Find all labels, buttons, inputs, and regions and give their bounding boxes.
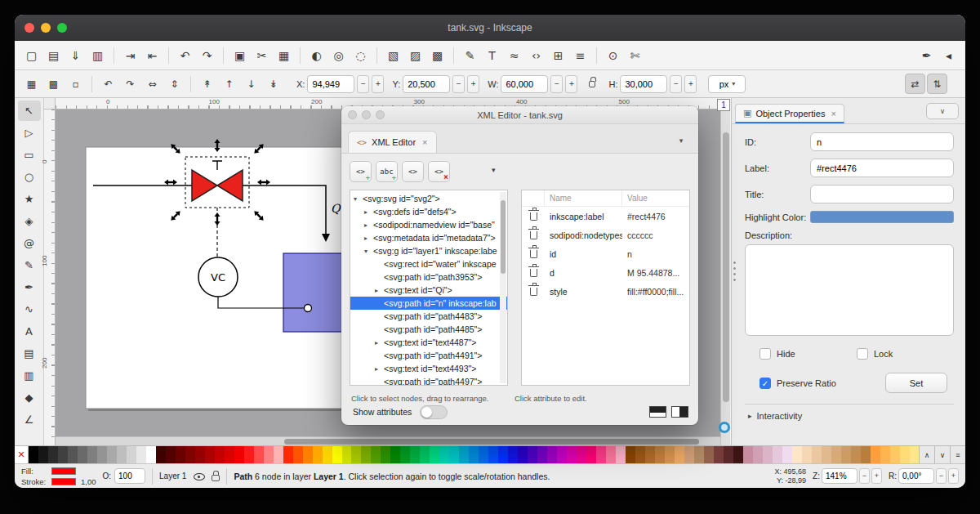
palette-swatch[interactable] <box>323 446 332 463</box>
h-decrement-button[interactable]: − <box>670 75 682 93</box>
palette-swatch[interactable] <box>655 446 665 463</box>
palette-swatch[interactable] <box>626 446 635 463</box>
pencil-tool-button[interactable]: ✎ <box>18 255 41 275</box>
vertical-layout-button[interactable] <box>671 406 688 418</box>
gradient-tool-button[interactable]: ▥ <box>18 365 41 386</box>
palette-swatch[interactable] <box>68 446 78 463</box>
palette-swatch[interactable] <box>342 446 352 463</box>
hide-checkbox-item[interactable]: Hide <box>760 348 857 360</box>
palette-swatch[interactable] <box>733 446 743 463</box>
xml-tree-node[interactable]: ▸<svg:text id="Qi"> <box>350 284 507 297</box>
palette-swatch[interactable] <box>166 446 176 463</box>
delete-attribute-button[interactable] <box>522 212 545 221</box>
palette-swatch[interactable] <box>351 446 361 463</box>
palette-swatch[interactable] <box>29 446 38 463</box>
palette-swatch[interactable] <box>215 446 225 463</box>
palette-swatch[interactable] <box>577 446 586 463</box>
palette-swatch[interactable] <box>381 446 390 463</box>
palette-swatch[interactable] <box>439 446 449 463</box>
palette-swatch[interactable] <box>449 446 459 463</box>
palette-swatch[interactable] <box>498 446 508 463</box>
title-field[interactable] <box>810 185 954 203</box>
find-button[interactable]: ⊙ <box>603 45 623 65</box>
xml-tree-node[interactable]: <svg:path id="path4491"> <box>350 349 507 362</box>
document-print-button[interactable]: ▥ <box>87 45 108 65</box>
palette-swatch[interactable] <box>518 446 528 463</box>
y-decrement-button[interactable]: − <box>452 75 465 93</box>
palette-swatch[interactable] <box>528 446 537 463</box>
palette-swatch[interactable] <box>851 446 861 463</box>
palette-swatch[interactable] <box>303 446 313 463</box>
tree-expander-icon[interactable]: ▸ <box>375 287 384 294</box>
selector-tool-button[interactable]: ↖ <box>18 101 41 121</box>
deselect-button[interactable]: ▫ <box>65 74 86 94</box>
star-tool-button[interactable]: ★ <box>18 189 41 209</box>
vertical-scrollbar[interactable] <box>720 110 730 445</box>
color-managed-view-button[interactable] <box>719 422 730 433</box>
palette-swatch[interactable] <box>773 446 782 463</box>
xml-tree-node[interactable]: ▸<svg:metadata id="metadata7"> <box>350 231 507 244</box>
layer-lock-icon[interactable] <box>212 475 220 481</box>
tree-expander-icon[interactable]: ▸ <box>364 208 373 216</box>
node-tool-button[interactable]: ▷ <box>18 123 41 143</box>
undo-button[interactable]: ↶ <box>175 45 195 65</box>
palette-swatch[interactable] <box>58 446 68 463</box>
palette-swatch[interactable] <box>459 446 469 463</box>
palette-swatch[interactable] <box>117 446 127 463</box>
raise-to-top-button[interactable]: ↟ <box>197 74 217 94</box>
fill-stroke-indicator[interactable]: Fill: Stroke: 1,00 <box>21 467 96 486</box>
layer-name[interactable]: Layer 1 <box>159 472 186 480</box>
palette-swatch[interactable] <box>508 446 518 463</box>
tree-scrollbar-thumb[interactable] <box>501 200 506 274</box>
delete-attribute-button[interactable] <box>522 268 545 278</box>
palette-swatch[interactable] <box>469 446 479 463</box>
palette-swatch[interactable] <box>390 446 400 463</box>
palette-swatch[interactable] <box>763 446 773 463</box>
x-decrement-button[interactable]: − <box>357 75 369 93</box>
palette-swatch[interactable] <box>547 446 557 463</box>
horizontal-scrollbar[interactable] <box>56 436 720 445</box>
palette-swatch[interactable] <box>616 446 626 463</box>
palette-swatch[interactable] <box>107 446 117 463</box>
xml-tree-node[interactable]: ▸<sodipodi:namedview id="base" <box>350 218 507 231</box>
palette-swatch[interactable] <box>900 446 910 463</box>
palette-swatch[interactable] <box>176 446 185 463</box>
zoom-page-button[interactable]: ◌ <box>350 45 371 65</box>
palette-swatch[interactable] <box>890 446 900 463</box>
xml-tree-node[interactable]: ▸<svg:text id="text4493"> <box>350 362 507 375</box>
rotation-increment-button[interactable]: + <box>948 468 959 484</box>
palette-swatch[interactable] <box>361 446 371 463</box>
zoom-drawing-button[interactable]: ◎ <box>328 45 349 65</box>
layers-dialog-button[interactable]: ≡ <box>570 45 590 65</box>
palette-swatch[interactable] <box>156 446 166 463</box>
align-dialog-button[interactable]: ⊞ <box>548 45 568 65</box>
palette-swatch[interactable] <box>234 446 244 463</box>
palette-swatch[interactable] <box>313 446 323 463</box>
measure-tool-button[interactable]: ∠ <box>18 409 41 430</box>
zoom-increment-button[interactable]: + <box>871 468 882 484</box>
minimize-window-button[interactable] <box>41 23 51 33</box>
palette-menu-button[interactable]: ≡ <box>950 446 965 463</box>
palette-swatch[interactable] <box>645 446 655 463</box>
label-field[interactable] <box>810 159 954 177</box>
attribute-row[interactable]: idn <box>522 244 689 263</box>
flip-vertical-button[interactable]: ⇕ <box>164 74 185 94</box>
palette-swatch[interactable] <box>606 446 616 463</box>
palette-scroll-up-button[interactable]: ∧ <box>919 446 934 463</box>
id-field[interactable] <box>810 132 954 151</box>
delete-attribute-button[interactable] <box>522 287 545 297</box>
palette-swatch[interactable] <box>822 446 831 463</box>
delete-attribute-button[interactable] <box>522 230 545 240</box>
node-scissors-button[interactable]: ✄ <box>625 45 645 65</box>
redo-button[interactable]: ↷ <box>197 45 217 65</box>
document-save-button[interactable]: ⇓ <box>65 45 86 65</box>
palette-swatch[interactable] <box>283 446 293 463</box>
import-button[interactable]: ⇥ <box>120 45 140 65</box>
new-element-node-button[interactable]: <>+ <box>350 161 372 182</box>
w-decrement-button[interactable]: − <box>550 75 563 93</box>
document-open-button[interactable]: ▤ <box>43 45 64 65</box>
description-field[interactable] <box>745 244 954 336</box>
palette-swatch[interactable] <box>704 446 714 463</box>
tree-expander-icon[interactable]: ▸ <box>375 365 384 373</box>
lock-checkbox[interactable] <box>857 348 868 360</box>
